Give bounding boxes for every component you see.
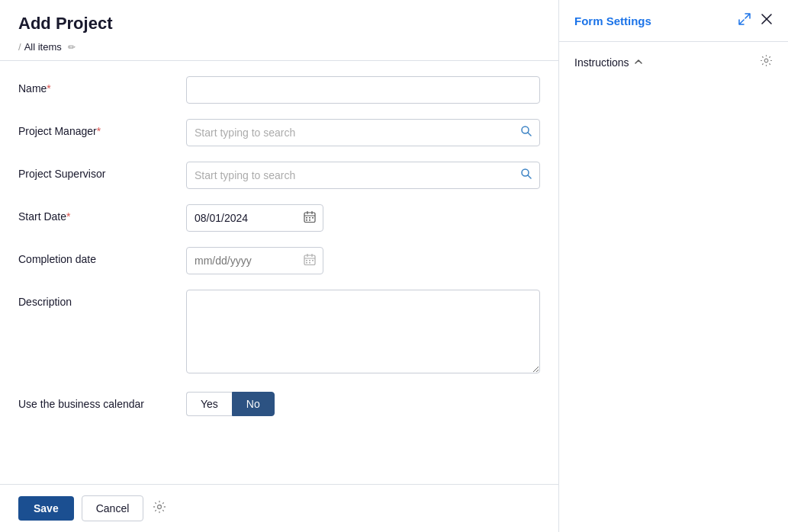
project-manager-input[interactable] <box>186 119 540 146</box>
instructions-gear-icon[interactable] <box>760 54 773 71</box>
close-icon[interactable] <box>761 13 773 29</box>
description-textarea[interactable] <box>186 290 540 373</box>
breadcrumb-edit-icon[interactable]: ✏ <box>68 42 76 53</box>
project-supervisor-label: Project Supervisor <box>18 162 186 180</box>
start-date-wrapper <box>186 204 323 232</box>
form-row-business-calendar: Use the business calendar Yes No <box>18 392 540 416</box>
project-supervisor-input[interactable] <box>186 162 540 189</box>
left-header: Add Project / All items ✏ <box>0 0 558 61</box>
form-settings-title: Form Settings <box>574 14 651 27</box>
name-input[interactable] <box>186 76 540 104</box>
form-row-project-manager: Project Manager* <box>18 119 540 146</box>
form-row-project-supervisor: Project Supervisor <box>18 162 540 189</box>
svg-point-27 <box>764 59 768 62</box>
project-supervisor-control <box>186 162 540 189</box>
form-row-description: Description <box>18 290 540 377</box>
project-supervisor-search-wrapper <box>186 162 540 189</box>
save-button[interactable]: Save <box>18 496 74 521</box>
description-control <box>186 290 540 377</box>
form-row-start-date: Start Date* <box>18 204 540 232</box>
pm-required-star: * <box>97 125 101 137</box>
name-label: Name* <box>18 76 186 95</box>
completion-date-control <box>186 247 540 274</box>
project-manager-control <box>186 119 540 146</box>
project-manager-label: Project Manager* <box>18 119 186 137</box>
completion-date-wrapper <box>186 247 323 274</box>
footer-gear-icon[interactable] <box>153 500 166 518</box>
name-required-star: * <box>47 82 50 95</box>
svg-line-24 <box>740 20 745 24</box>
instructions-label[interactable]: Instructions <box>574 56 643 69</box>
description-label: Description <box>18 290 186 308</box>
page-title: Add Project <box>18 14 540 34</box>
name-control <box>186 76 540 104</box>
left-footer: Save Cancel <box>0 484 558 532</box>
left-panel: Add Project / All items ✏ Name* Projec <box>0 0 559 532</box>
yes-button[interactable]: Yes <box>186 392 232 416</box>
start-date-label: Start Date* <box>18 204 186 223</box>
chevron-up-icon <box>634 57 643 69</box>
completion-date-label: Completion date <box>18 247 186 265</box>
completion-date-input[interactable] <box>186 247 323 274</box>
right-header: Form Settings <box>559 0 788 42</box>
business-calendar-label: Use the business calendar <box>18 392 186 410</box>
form-row-name: Name* <box>18 76 540 104</box>
toggle-group: Yes No <box>186 392 540 416</box>
instructions-row: Instructions <box>574 54 773 71</box>
project-manager-search-wrapper <box>186 119 540 146</box>
form-area: Name* Project Manager* <box>0 61 558 484</box>
start-date-required-star: * <box>66 210 70 223</box>
breadcrumb: / All items ✏ <box>18 41 540 53</box>
form-row-completion-date: Completion date <box>18 247 540 274</box>
instructions-text: Instructions <box>574 56 629 69</box>
svg-point-22 <box>158 505 162 508</box>
start-date-input[interactable] <box>186 204 323 232</box>
breadcrumb-separator: / <box>18 41 21 53</box>
breadcrumb-all-items[interactable]: All items <box>24 41 62 53</box>
svg-line-23 <box>745 14 750 19</box>
right-header-icons <box>738 12 773 29</box>
cancel-button[interactable]: Cancel <box>82 495 144 521</box>
no-button[interactable]: No <box>232 392 275 416</box>
expand-icon[interactable] <box>738 12 751 29</box>
right-panel: Form Settings <box>559 0 788 532</box>
main-layout: Add Project / All items ✏ Name* Projec <box>0 0 788 532</box>
start-date-control <box>186 204 540 232</box>
right-body: Instructions <box>559 42 788 532</box>
business-calendar-control: Yes No <box>186 392 540 416</box>
